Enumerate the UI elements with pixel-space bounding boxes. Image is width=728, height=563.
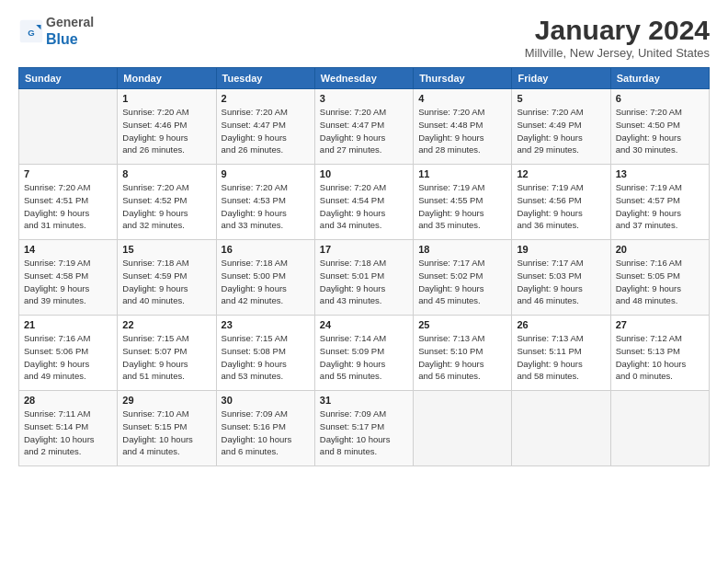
- day-number: 15: [122, 244, 210, 255]
- day-info: Sunrise: 7:15 AM Sunset: 5:07 PM Dayligh…: [122, 332, 210, 383]
- day-cell: [19, 89, 118, 165]
- day-number: 12: [517, 168, 605, 179]
- day-cell: 12Sunrise: 7:19 AM Sunset: 4:56 PM Dayli…: [512, 165, 610, 240]
- day-cell: 11Sunrise: 7:19 AM Sunset: 4:55 PM Dayli…: [414, 165, 512, 240]
- day-number: 18: [418, 244, 506, 255]
- logo-blue: Blue: [46, 31, 78, 47]
- day-info: Sunrise: 7:20 AM Sunset: 4:51 PM Dayligh…: [24, 181, 112, 232]
- day-cell: 2Sunrise: 7:20 AM Sunset: 4:47 PM Daylig…: [216, 89, 314, 165]
- day-info: Sunrise: 7:18 AM Sunset: 5:00 PM Dayligh…: [222, 257, 310, 307]
- day-cell: 26Sunrise: 7:13 AM Sunset: 5:11 PM Dayli…: [512, 316, 610, 391]
- logo-general: General: [46, 15, 94, 29]
- day-info: Sunrise: 7:19 AM Sunset: 4:58 PM Dayligh…: [24, 257, 112, 307]
- day-info: Sunrise: 7:15 AM Sunset: 5:08 PM Dayligh…: [222, 332, 310, 383]
- day-number: 30: [222, 395, 310, 406]
- day-number: 22: [122, 319, 210, 330]
- day-cell: 29Sunrise: 7:10 AM Sunset: 5:15 PM Dayli…: [118, 391, 216, 466]
- day-cell: 23Sunrise: 7:15 AM Sunset: 5:08 PM Dayli…: [216, 316, 314, 391]
- day-cell: 25Sunrise: 7:13 AM Sunset: 5:10 PM Dayli…: [414, 316, 512, 391]
- day-number: 2: [222, 93, 310, 104]
- day-info: Sunrise: 7:20 AM Sunset: 4:47 PM Dayligh…: [320, 106, 408, 156]
- day-number: 25: [418, 319, 506, 330]
- day-cell: 1Sunrise: 7:20 AM Sunset: 4:46 PM Daylig…: [118, 89, 216, 165]
- week-row-3: 14Sunrise: 7:19 AM Sunset: 4:58 PM Dayli…: [19, 240, 710, 316]
- day-cell: 6Sunrise: 7:20 AM Sunset: 4:50 PM Daylig…: [610, 89, 709, 165]
- day-cell: 28Sunrise: 7:11 AM Sunset: 5:14 PM Dayli…: [19, 391, 118, 466]
- day-cell: 31Sunrise: 7:09 AM Sunset: 5:17 PM Dayli…: [314, 391, 413, 466]
- day-info: Sunrise: 7:12 AM Sunset: 5:13 PM Dayligh…: [616, 332, 704, 383]
- day-info: Sunrise: 7:09 AM Sunset: 5:16 PM Dayligh…: [222, 408, 310, 458]
- day-cell: 5Sunrise: 7:20 AM Sunset: 4:49 PM Daylig…: [512, 89, 610, 165]
- day-number: 29: [122, 395, 210, 406]
- day-number: 10: [320, 168, 408, 179]
- day-info: Sunrise: 7:13 AM Sunset: 5:11 PM Dayligh…: [517, 332, 605, 383]
- day-info: Sunrise: 7:10 AM Sunset: 5:15 PM Dayligh…: [122, 408, 210, 458]
- header-cell-saturday: Saturday: [610, 68, 709, 89]
- day-cell: 13Sunrise: 7:19 AM Sunset: 4:57 PM Dayli…: [610, 165, 709, 240]
- day-cell: 19Sunrise: 7:17 AM Sunset: 5:03 PM Dayli…: [512, 240, 610, 316]
- day-info: Sunrise: 7:20 AM Sunset: 4:50 PM Dayligh…: [616, 106, 704, 156]
- day-cell: 4Sunrise: 7:20 AM Sunset: 4:48 PM Daylig…: [414, 89, 512, 165]
- day-cell: 18Sunrise: 7:17 AM Sunset: 5:02 PM Dayli…: [414, 240, 512, 316]
- day-info: Sunrise: 7:19 AM Sunset: 4:56 PM Dayligh…: [517, 181, 605, 232]
- day-number: 6: [616, 93, 704, 104]
- day-number: 4: [418, 93, 506, 104]
- day-number: 16: [222, 244, 310, 255]
- calendar-table: SundayMondayTuesdayWednesdayThursdayFrid…: [18, 67, 710, 466]
- day-cell: 3Sunrise: 7:20 AM Sunset: 4:47 PM Daylig…: [314, 89, 413, 165]
- day-cell: 16Sunrise: 7:18 AM Sunset: 5:00 PM Dayli…: [216, 240, 314, 316]
- day-info: Sunrise: 7:20 AM Sunset: 4:49 PM Dayligh…: [517, 106, 605, 156]
- day-number: 5: [517, 93, 605, 104]
- header-cell-tuesday: Tuesday: [216, 68, 314, 89]
- calendar-body: 1Sunrise: 7:20 AM Sunset: 4:46 PM Daylig…: [19, 89, 710, 466]
- week-row-1: 1Sunrise: 7:20 AM Sunset: 4:46 PM Daylig…: [19, 89, 710, 165]
- header-cell-monday: Monday: [118, 68, 216, 89]
- day-info: Sunrise: 7:14 AM Sunset: 5:09 PM Dayligh…: [320, 332, 408, 383]
- day-info: Sunrise: 7:19 AM Sunset: 4:57 PM Dayligh…: [616, 181, 704, 232]
- day-info: Sunrise: 7:17 AM Sunset: 5:03 PM Dayligh…: [517, 257, 605, 307]
- day-info: Sunrise: 7:20 AM Sunset: 4:46 PM Dayligh…: [122, 106, 210, 156]
- day-info: Sunrise: 7:20 AM Sunset: 4:47 PM Dayligh…: [222, 106, 310, 156]
- day-cell: [414, 391, 512, 466]
- day-info: Sunrise: 7:18 AM Sunset: 5:01 PM Dayligh…: [320, 257, 408, 307]
- day-cell: 30Sunrise: 7:09 AM Sunset: 5:16 PM Dayli…: [216, 391, 314, 466]
- day-number: 27: [616, 319, 704, 330]
- day-info: Sunrise: 7:13 AM Sunset: 5:10 PM Dayligh…: [418, 332, 506, 383]
- day-number: 21: [24, 319, 112, 330]
- day-cell: [512, 391, 610, 466]
- day-cell: 20Sunrise: 7:16 AM Sunset: 5:05 PM Dayli…: [610, 240, 709, 316]
- day-info: Sunrise: 7:18 AM Sunset: 4:59 PM Dayligh…: [122, 257, 210, 307]
- month-title: January 2024: [525, 15, 710, 46]
- day-number: 24: [320, 319, 408, 330]
- day-cell: 22Sunrise: 7:15 AM Sunset: 5:07 PM Dayli…: [118, 316, 216, 391]
- header-row: SundayMondayTuesdayWednesdayThursdayFrid…: [19, 68, 710, 89]
- day-number: 31: [320, 395, 408, 406]
- week-row-5: 28Sunrise: 7:11 AM Sunset: 5:14 PM Dayli…: [19, 391, 710, 466]
- svg-text:G: G: [28, 28, 34, 38]
- day-number: 7: [24, 168, 112, 179]
- day-info: Sunrise: 7:20 AM Sunset: 4:48 PM Dayligh…: [418, 106, 506, 156]
- page: G General Blue January 2024 Millville, N…: [0, 0, 728, 563]
- day-number: 9: [222, 168, 310, 179]
- day-number: 19: [517, 244, 605, 255]
- day-info: Sunrise: 7:19 AM Sunset: 4:55 PM Dayligh…: [418, 181, 506, 232]
- day-info: Sunrise: 7:16 AM Sunset: 5:06 PM Dayligh…: [24, 332, 112, 383]
- day-number: 1: [122, 93, 210, 104]
- day-info: Sunrise: 7:09 AM Sunset: 5:17 PM Dayligh…: [320, 408, 408, 458]
- day-number: 28: [24, 395, 112, 406]
- calendar-header: SundayMondayTuesdayWednesdayThursdayFrid…: [19, 68, 710, 89]
- day-cell: 14Sunrise: 7:19 AM Sunset: 4:58 PM Dayli…: [19, 240, 118, 316]
- week-row-2: 7Sunrise: 7:20 AM Sunset: 4:51 PM Daylig…: [19, 165, 710, 240]
- day-info: Sunrise: 7:16 AM Sunset: 5:05 PM Dayligh…: [616, 257, 704, 307]
- day-cell: [610, 391, 709, 466]
- header: G General Blue January 2024 Millville, N…: [18, 15, 710, 60]
- day-number: 23: [222, 319, 310, 330]
- day-number: 13: [616, 168, 704, 179]
- day-info: Sunrise: 7:20 AM Sunset: 4:52 PM Dayligh…: [122, 181, 210, 232]
- day-number: 11: [418, 168, 506, 179]
- day-number: 17: [320, 244, 408, 255]
- day-cell: 10Sunrise: 7:20 AM Sunset: 4:54 PM Dayli…: [314, 165, 413, 240]
- logo-icon: G: [18, 18, 44, 44]
- day-cell: 9Sunrise: 7:20 AM Sunset: 4:53 PM Daylig…: [216, 165, 314, 240]
- location: Millville, New Jersey, United States: [525, 46, 710, 60]
